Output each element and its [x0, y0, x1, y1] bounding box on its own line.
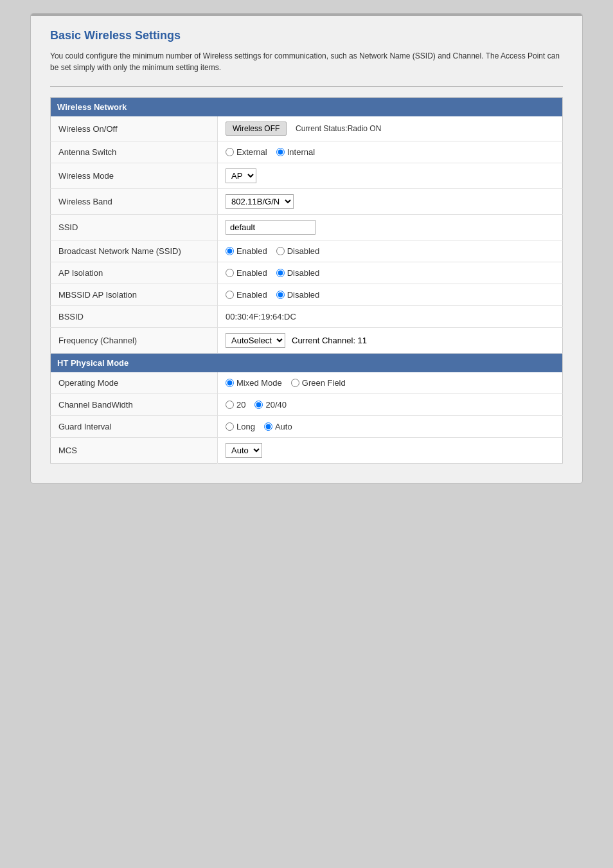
table-row: Frequency (Channel) AutoSelect Current C… [51, 328, 563, 354]
bw-20-radio[interactable] [226, 401, 234, 409]
mixed-mode-radio[interactable] [226, 379, 234, 387]
guard-interval-radio-group: Long Auto [226, 422, 555, 431]
antenna-internal-option[interactable]: Internal [276, 147, 315, 157]
mixed-mode-option[interactable]: Mixed Mode [226, 378, 282, 388]
table-row: Operating Mode Mixed Mode Green Field [51, 372, 563, 394]
broadcast-disabled-radio[interactable] [276, 247, 285, 255]
ssid-input[interactable] [226, 220, 315, 235]
ap-isolation-enabled-option[interactable]: Enabled [226, 268, 267, 278]
ap-isolation-value: Enabled Disabled [218, 262, 563, 284]
ap-isolation-enabled-radio[interactable] [226, 269, 234, 277]
table-row: AP Isolation Enabled Disabled [51, 262, 563, 284]
wireless-mode-select[interactable]: AP [226, 168, 256, 183]
ssid-value [218, 215, 563, 240]
ap-isolation-label: AP Isolation [51, 262, 218, 284]
green-field-radio[interactable] [291, 379, 299, 387]
wireless-off-button[interactable]: Wireless OFF [226, 122, 287, 136]
ht-physical-mode-section: HT Physical Mode [51, 354, 563, 373]
table-row: MCS Auto [51, 438, 563, 464]
broadcast-ssid-radio-group: Enabled Disabled [226, 246, 555, 256]
guard-long-radio[interactable] [226, 422, 234, 431]
guard-auto-option[interactable]: Auto [264, 422, 292, 431]
table-row: Broadcast Network Name (SSID) Enabled Di… [51, 240, 563, 262]
broadcast-ssid-label: Broadcast Network Name (SSID) [51, 240, 218, 262]
antenna-external-option[interactable]: External [226, 147, 267, 157]
broadcast-enabled-radio[interactable] [226, 247, 234, 255]
channel-bandwidth-value: 20 20/40 [218, 394, 563, 416]
content-area: Basic Wireless Settings You could config… [31, 16, 582, 483]
wireless-mode-value: AP [218, 163, 563, 189]
mbssid-isolation-value: Enabled Disabled [218, 284, 563, 306]
mcs-value: Auto [218, 438, 563, 464]
ap-isolation-disabled-option[interactable]: Disabled [276, 268, 320, 278]
ap-isolation-radio-group: Enabled Disabled [226, 268, 555, 278]
wireless-network-header: Wireless Network [51, 98, 563, 117]
ap-isolation-disabled-radio[interactable] [276, 269, 285, 277]
table-row: Wireless Mode AP [51, 163, 563, 189]
broadcast-disabled-option[interactable]: Disabled [276, 246, 320, 256]
mbssid-disabled-radio[interactable] [276, 291, 285, 299]
table-row: Wireless On/Off Wireless OFF Current Sta… [51, 116, 563, 141]
bw-2040-option[interactable]: 20/40 [254, 400, 287, 410]
page-description: You could configure the minimum number o… [50, 50, 563, 73]
operating-mode-radio-group: Mixed Mode Green Field [226, 378, 555, 388]
broadcast-ssid-value: Enabled Disabled [218, 240, 563, 262]
guard-long-option[interactable]: Long [226, 422, 255, 431]
mbssid-disabled-option[interactable]: Disabled [276, 290, 320, 300]
bw-2040-radio[interactable] [254, 401, 263, 409]
bw-20-option[interactable]: 20 [226, 400, 245, 410]
ssid-label: SSID [51, 215, 218, 240]
table-row: BSSID 00:30:4F:19:64:DC [51, 306, 563, 328]
ht-physical-mode-header: HT Physical Mode [51, 354, 563, 373]
wireless-current-status: Current Status:Radio ON [296, 124, 381, 133]
frequency-channel-value: AutoSelect Current Channel: 11 [218, 328, 563, 354]
operating-mode-label: Operating Mode [51, 372, 218, 394]
table-row: Antenna Switch External Internal [51, 141, 563, 163]
bssid-value: 00:30:4F:19:64:DC [218, 306, 563, 328]
broadcast-enabled-option[interactable]: Enabled [226, 246, 267, 256]
channel-row: AutoSelect Current Channel: 11 [226, 333, 555, 348]
frequency-channel-label: Frequency (Channel) [51, 328, 218, 354]
wireless-mode-label: Wireless Mode [51, 163, 218, 189]
current-channel: Current Channel: 11 [292, 336, 367, 345]
page-title: Basic Wireless Settings [50, 29, 563, 42]
wireless-network-section: Wireless Network [51, 98, 563, 117]
channel-bandwidth-label: Channel BandWidth [51, 394, 218, 416]
green-field-option[interactable]: Green Field [291, 378, 346, 388]
mcs-select[interactable]: Auto [226, 443, 262, 458]
guard-interval-value: Long Auto [218, 416, 563, 438]
table-row: Guard Interval Long Auto [51, 416, 563, 438]
mbssid-isolation-radio-group: Enabled Disabled [226, 290, 555, 300]
antenna-external-radio[interactable] [226, 148, 234, 156]
divider [50, 86, 563, 87]
wireless-band-select[interactable]: 802.11B/G/N [226, 194, 294, 209]
table-row: MBSSID AP Isolation Enabled Disabled [51, 284, 563, 306]
wireless-onoff-label: Wireless On/Off [51, 116, 218, 141]
antenna-switch-label: Antenna Switch [51, 141, 218, 163]
bssid-label: BSSID [51, 306, 218, 328]
table-row: SSID [51, 215, 563, 240]
guard-interval-label: Guard Interval [51, 416, 218, 438]
channel-select[interactable]: AutoSelect [226, 333, 285, 348]
antenna-switch-value: External Internal [218, 141, 563, 163]
wireless-onoff-value: Wireless OFF Current Status:Radio ON [218, 116, 563, 141]
wireless-band-value: 802.11B/G/N [218, 189, 563, 215]
antenna-radio-group: External Internal [226, 147, 555, 157]
table-row: Wireless Band 802.11B/G/N [51, 189, 563, 215]
operating-mode-value: Mixed Mode Green Field [218, 372, 563, 394]
antenna-internal-radio[interactable] [276, 148, 285, 156]
mbssid-isolation-label: MBSSID AP Isolation [51, 284, 218, 306]
mcs-label: MCS [51, 438, 218, 464]
mbssid-enabled-option[interactable]: Enabled [226, 290, 267, 300]
wireless-band-label: Wireless Band [51, 189, 218, 215]
page-container: Basic Wireless Settings You could config… [30, 13, 583, 484]
table-row: Channel BandWidth 20 20/40 [51, 394, 563, 416]
bssid-text: 00:30:4F:19:64:DC [226, 312, 296, 321]
mbssid-enabled-radio[interactable] [226, 291, 234, 299]
channel-bandwidth-radio-group: 20 20/40 [226, 400, 555, 410]
settings-table: Wireless Network Wireless On/Off Wireles… [50, 97, 563, 464]
guard-auto-radio[interactable] [264, 422, 272, 431]
